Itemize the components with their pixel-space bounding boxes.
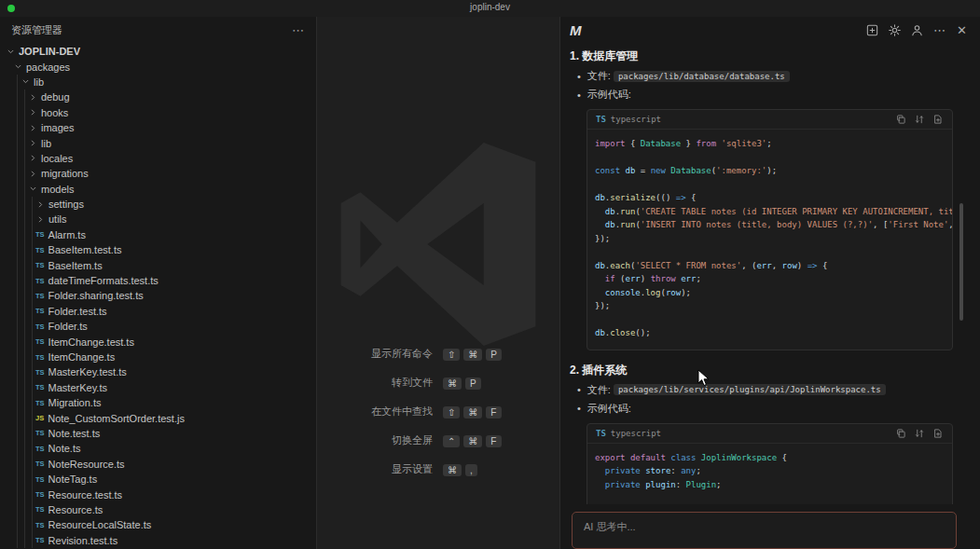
ai-panel-header: M ⋯✕ <box>560 17 980 43</box>
tree-folder-item[interactable]: lib <box>0 75 316 89</box>
account-icon[interactable] <box>910 23 924 37</box>
diff-icon[interactable] <box>914 428 925 439</box>
panel-scrollbar[interactable] <box>959 203 963 321</box>
ts-file-icon: TS <box>35 323 45 331</box>
shortcut-label: 显示设置 <box>392 462 433 476</box>
tree-item-label: MasterKey.test.ts <box>48 366 127 377</box>
assistant-logo-icon: M <box>570 22 582 38</box>
tree-item-label: lib <box>34 76 44 88</box>
file-add-icon[interactable] <box>932 114 944 125</box>
settings-gear-icon[interactable] <box>888 23 902 37</box>
tree-file-item[interactable]: TSResource.ts <box>0 502 316 517</box>
tree-item-label: ItemChange.ts <box>48 351 116 363</box>
bullet-item: •示例代码: <box>570 88 971 102</box>
tree-folder-item[interactable]: hooks <box>0 105 316 120</box>
tree-item-label: Note_CustomSortOrder.test.js <box>48 413 185 424</box>
tree-file-item[interactable]: TSNoteResource.ts <box>0 457 316 472</box>
file-path-chip[interactable]: packages/lib/database/database.ts <box>614 71 790 82</box>
ts-file-icon: TS <box>35 399 45 407</box>
tree-item-label: utils <box>48 213 67 225</box>
key-chip: ⌘ <box>463 349 482 361</box>
shortcut-keys: ⌘, <box>443 460 481 477</box>
key-chip: ⌘ <box>463 435 482 447</box>
key-chip: ⌃ <box>443 435 460 447</box>
key-chip: F <box>486 435 501 447</box>
tree-file-item[interactable]: TSItemChange.test.ts <box>0 334 316 349</box>
bullet-label: 示例代码: <box>587 402 631 416</box>
window-title: joplin-dev <box>0 2 980 12</box>
editor-area: 显示所有命令⇧⌘P转到文件⌘P在文件中查找⇧⌘F切换全屏⌃⌘F显示设置⌘, <box>317 17 559 549</box>
tree-folder-item[interactable]: packages <box>0 59 316 74</box>
tree-root-item[interactable]: JOPLIN-DEV <box>0 44 316 59</box>
ts-file-icon: TS <box>35 445 45 453</box>
tree-file-item[interactable]: TSNoteTag.ts <box>0 472 316 487</box>
ts-file-icon: TS <box>35 490 45 499</box>
file-path-chip[interactable]: packages/lib/services/plugins/api/Joplin… <box>614 384 886 395</box>
tree-item-label: Migration.ts <box>48 397 102 408</box>
tree-folder-item[interactable]: migrations <box>0 166 316 181</box>
key-chip: F <box>486 406 501 419</box>
tree-file-item[interactable]: TSMasterKey.test.ts <box>0 364 316 379</box>
key-chip: , <box>465 464 477 476</box>
tree-file-item[interactable]: TSItemChange.ts <box>0 350 316 364</box>
tree-file-item[interactable]: TSdateTimeFormats.test.ts <box>0 273 316 288</box>
tree-item-label: JOPLIN-DEV <box>19 46 80 57</box>
file-add-icon[interactable] <box>932 428 944 439</box>
diff-icon[interactable] <box>914 114 925 125</box>
shortcut-keys: ⌃⌘F <box>443 432 505 448</box>
section-heading: 2. 插件系统 <box>570 363 971 378</box>
tree-file-item[interactable]: TSAlarm.ts <box>0 227 316 242</box>
tree-folder-item[interactable]: lib <box>0 135 316 150</box>
tree-folder-item[interactable]: utils <box>0 212 316 226</box>
tree-folder-item[interactable]: debug <box>0 89 316 104</box>
tree-file-item[interactable]: TSFolder.test.ts <box>0 304 316 319</box>
tree-item-label: lib <box>41 138 51 149</box>
tree-item-label: images <box>41 122 74 133</box>
new-chat-icon[interactable] <box>865 23 879 37</box>
ai-panel-actions: ⋯✕ <box>865 23 969 37</box>
close-icon[interactable]: ✕ <box>955 23 969 37</box>
tree-file-item[interactable]: TSMigration.ts <box>0 395 316 410</box>
tree-folder-item[interactable]: images <box>0 120 316 135</box>
tree-file-item[interactable]: TSRevision.test.ts <box>0 533 316 548</box>
tree-item-label: NoteTag.ts <box>48 474 98 485</box>
lang-badge: TS <box>596 115 606 124</box>
key-chip: ⌘ <box>443 464 462 476</box>
tree-item-label: Folder.sharing.test.ts <box>48 290 144 301</box>
tree-item-label: Note.ts <box>48 443 81 454</box>
tree-file-item[interactable]: TSNote.ts <box>0 441 316 456</box>
more-icon[interactable]: ⋯ <box>932 23 946 37</box>
tree-item-label: models <box>41 184 74 195</box>
copy-icon[interactable] <box>895 114 906 125</box>
copy-icon[interactable] <box>895 428 906 439</box>
tree-item-label: ResourceLocalState.ts <box>48 519 152 530</box>
tree-file-item[interactable]: TSResourceLocalState.ts <box>0 517 316 532</box>
ai-panel: M ⋯✕ 1. 数据库管理•文件:packages/lib/database/d… <box>559 17 980 549</box>
bullet-dot: • <box>577 403 581 414</box>
tree-folder-item[interactable]: settings <box>0 197 316 212</box>
code-block-header: TStypescript <box>587 424 952 444</box>
tree-file-item[interactable]: TSNote.test.ts <box>0 426 316 441</box>
code-block: TStypescriptimport { Database } from 'sq… <box>587 109 953 350</box>
tree-file-item[interactable]: TSResource.test.ts <box>0 487 316 501</box>
tree-item-label: Resource.test.ts <box>48 489 122 501</box>
tree-file-item[interactable]: JSNote_CustomSortOrder.test.js <box>0 410 316 425</box>
shortcut-keys: ⇧⌘F <box>443 403 505 419</box>
ai-input-status: AI 思考中... <box>584 521 636 532</box>
bullet-item: •示例代码: <box>570 402 971 416</box>
tree-file-item[interactable]: TSFolder.sharing.test.ts <box>0 288 316 303</box>
tree-folder-item[interactable]: models <box>0 182 316 197</box>
ts-file-icon: TS <box>35 475 45 484</box>
tree-file-item[interactable]: TSFolder.ts <box>0 319 316 334</box>
shortcut-list: 显示所有命令⇧⌘P转到文件⌘P在文件中查找⇧⌘F切换全屏⌃⌘F显示设置⌘, <box>371 345 505 477</box>
ai-input[interactable]: AI 思考中... <box>572 512 957 549</box>
tree-file-item[interactable]: TSBaseItem.test.ts <box>0 242 316 257</box>
tree-file-item[interactable]: TSBaseItem.ts <box>0 257 316 272</box>
code-content: import { Database } from 'sqlite3'; cons… <box>587 130 952 350</box>
tree-file-item[interactable]: TSMasterKey.ts <box>0 380 316 395</box>
lang-name: typescript <box>611 429 661 438</box>
ai-panel-content: 1. 数据库管理•文件:packages/lib/database/databa… <box>560 43 980 504</box>
tree-folder-item[interactable]: locales <box>0 151 316 166</box>
ts-file-icon: TS <box>35 277 45 285</box>
explorer-more-icon[interactable]: ⋯ <box>292 23 305 37</box>
